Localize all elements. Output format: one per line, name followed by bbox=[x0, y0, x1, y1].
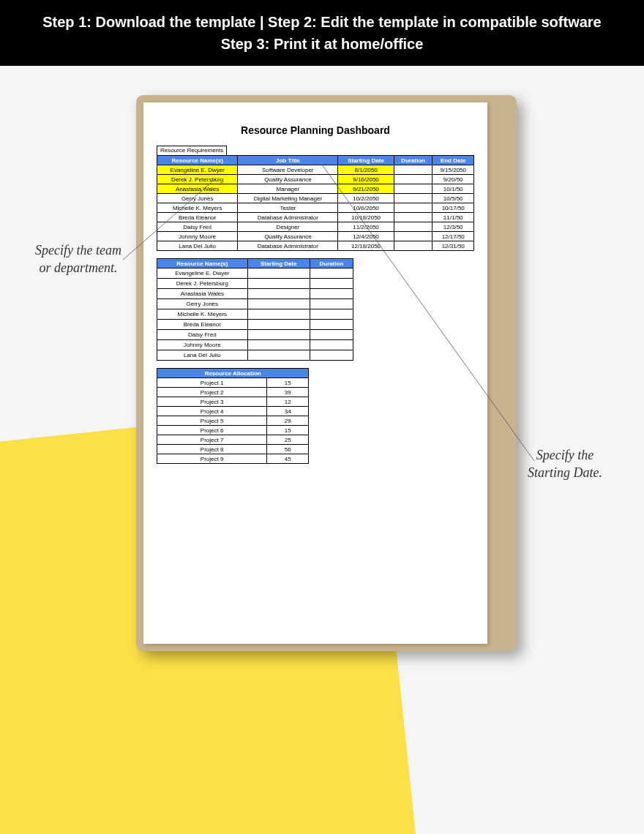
table-cell: Tester bbox=[238, 203, 338, 213]
table-row: Project 856 bbox=[157, 445, 309, 454]
table-row: Michelle K. Meyers bbox=[157, 309, 353, 320]
table-row: Johnny Moore bbox=[157, 340, 353, 350]
table-cell bbox=[310, 279, 353, 289]
table-row: Project 115 bbox=[157, 378, 309, 388]
table-cell bbox=[394, 184, 433, 194]
table-cell bbox=[394, 165, 433, 175]
table-cell: Digital Marketing Manager bbox=[238, 194, 338, 203]
instruction-line-2: Step 3: Print it at home/office bbox=[221, 33, 424, 55]
table-row: Project 434 bbox=[157, 407, 309, 416]
table-cell: Anastasia Wales bbox=[157, 184, 238, 194]
table-row: Michelle K. MeyersTester10/6/205010/17/5… bbox=[157, 203, 474, 213]
resource-allocation-table: Resource Allocation Project 115Project 2… bbox=[157, 368, 309, 464]
table-cell: Michelle K. Meyers bbox=[157, 309, 248, 320]
table-cell: Lana Del Julio bbox=[157, 350, 248, 361]
table-cell: 25 bbox=[267, 435, 309, 445]
callout-starting-date: Specify the Starting Date. bbox=[514, 446, 616, 482]
table-cell: Gerry Jones bbox=[157, 194, 238, 203]
table-row: Project 312 bbox=[157, 397, 309, 407]
table-cell: Lana Del Julio bbox=[157, 241, 238, 251]
table-cell bbox=[247, 320, 310, 330]
table-cell: Quality Assurance bbox=[238, 232, 338, 241]
table-cell: Database Administrator bbox=[238, 241, 338, 251]
table-cell: Project 4 bbox=[157, 407, 267, 416]
table-cell: 10/6/2050 bbox=[338, 203, 394, 213]
table-cell: Project 2 bbox=[157, 388, 267, 397]
table-row: Lana Del Julio bbox=[157, 350, 353, 361]
table-row: Gerry JonesDigital Marketing Manager10/2… bbox=[157, 194, 474, 203]
table-cell: Evangeline E. Dwyer bbox=[157, 165, 238, 175]
table-cell: Derek J. Petersburg bbox=[157, 279, 248, 289]
table-cell: Johnny Moore bbox=[157, 340, 248, 350]
table-cell bbox=[310, 309, 353, 320]
table-cell: 11/2/2050 bbox=[338, 222, 394, 232]
table-cell bbox=[310, 350, 353, 361]
table-cell bbox=[394, 232, 433, 241]
table-cell: 39 bbox=[267, 388, 309, 397]
table-cell bbox=[310, 299, 353, 309]
table-row: Daisy Fred bbox=[157, 330, 353, 340]
allocation-header: Resource Allocation bbox=[157, 369, 309, 378]
table-cell: Project 9 bbox=[157, 454, 267, 464]
table-cell bbox=[247, 279, 310, 289]
table-cell: Database Administrator bbox=[238, 213, 338, 222]
table-cell: Software Developer bbox=[238, 165, 338, 175]
table-row: Gerry Jones bbox=[157, 299, 353, 309]
table-cell: 10/5/50 bbox=[433, 194, 474, 203]
table-header: Duration bbox=[310, 259, 353, 268]
table-cell: 15 bbox=[267, 378, 309, 388]
table-cell: Anastasia Wales bbox=[157, 289, 248, 299]
table-header: Duration bbox=[394, 156, 433, 165]
table-cell bbox=[394, 175, 433, 184]
table-row: Evangeline E. DwyerSoftware Developer8/1… bbox=[157, 165, 474, 175]
table-cell bbox=[310, 268, 353, 279]
table-cell: Evangeline E. Dwyer bbox=[157, 268, 248, 279]
table-cell bbox=[394, 203, 433, 213]
table-cell bbox=[247, 330, 310, 340]
table-cell: Manager bbox=[238, 184, 338, 194]
table-cell bbox=[310, 320, 353, 330]
table-cell bbox=[247, 340, 310, 350]
page-title: Resource Planning Dashboard bbox=[157, 124, 474, 136]
table-cell: 9/21/2050 bbox=[338, 184, 394, 194]
instruction-bar: Step 1: Download the template | Step 2: … bbox=[0, 0, 644, 66]
table-cell: 12/31/50 bbox=[433, 241, 474, 251]
table-row: Project 615 bbox=[157, 426, 309, 435]
table-cell bbox=[310, 289, 353, 299]
table-cell: 9/15/2050 bbox=[433, 165, 474, 175]
table-row: Project 945 bbox=[157, 454, 309, 464]
table-row: Project 239 bbox=[157, 388, 309, 397]
table-row: Anastasia WalesManager9/21/205010/1/50 bbox=[157, 184, 474, 194]
table-cell: 29 bbox=[267, 416, 309, 426]
table-cell: Project 3 bbox=[157, 397, 267, 407]
table-row: Daisy FredDesigner11/2/205012/3/50 bbox=[157, 222, 474, 232]
table-row: Derek J. Petersburg bbox=[157, 279, 353, 289]
table-cell: 10/1/50 bbox=[433, 184, 474, 194]
table-row: Project 529 bbox=[157, 416, 309, 426]
table-row: Johnny MooreQuality Assurance12/4/205012… bbox=[157, 232, 474, 241]
table-cell: Project 6 bbox=[157, 426, 267, 435]
table-row: Project 725 bbox=[157, 435, 309, 445]
table-cell: Quality Assurance bbox=[238, 175, 338, 184]
table-header: Resource Name(s) bbox=[157, 156, 238, 165]
resource-names-table: Resource Name(s)Starting DateDuration Ev… bbox=[157, 258, 353, 361]
table-cell bbox=[394, 213, 433, 222]
table-cell: Breda Eleanor bbox=[157, 320, 248, 330]
table-cell: 15 bbox=[267, 426, 309, 435]
section-label-requirements: Resource Requirements bbox=[157, 146, 227, 155]
table-row: Anastasia Wales bbox=[157, 289, 353, 299]
table-cell: Daisy Fred bbox=[157, 330, 248, 340]
instruction-line-1: Step 1: Download the template | Step 2: … bbox=[42, 11, 602, 33]
table-cell: Project 5 bbox=[157, 416, 267, 426]
resource-requirements-table: Resource Name(s)Job TitleStarting DateDu… bbox=[157, 155, 474, 251]
document-page: Resource Planning Dashboard Resource Req… bbox=[143, 102, 487, 644]
table-cell: Michelle K. Meyers bbox=[157, 203, 238, 213]
table-cell bbox=[247, 350, 310, 361]
table-cell: 12/18/2050 bbox=[338, 241, 394, 251]
table-row: Breda EleanorDatabase Administrator10/18… bbox=[157, 213, 474, 222]
table-row: Derek J. PetersburgQuality Assurance9/16… bbox=[157, 175, 474, 184]
table-cell: Daisy Fred bbox=[157, 222, 238, 232]
table-header: Resource Name(s) bbox=[157, 259, 248, 268]
table-header: Job Title bbox=[238, 156, 338, 165]
table-cell: 8/1/2050 bbox=[338, 165, 394, 175]
